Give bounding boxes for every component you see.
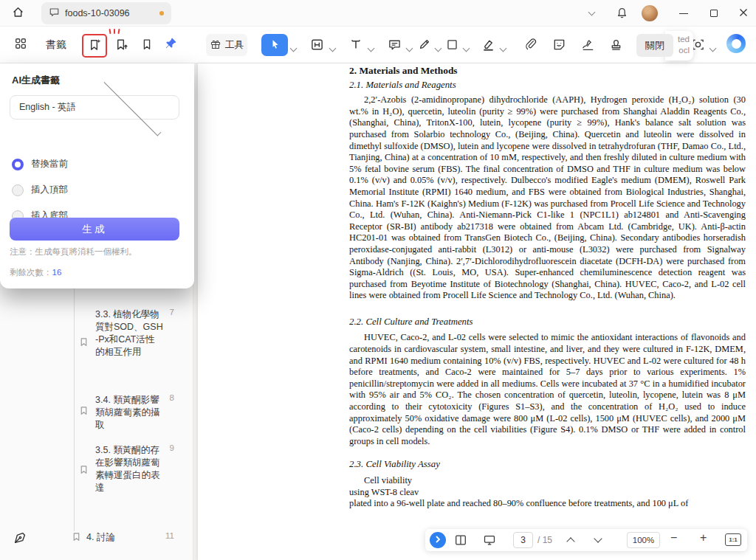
ai-bookmark-popup: AI生成書籤 English - 英語 替換當前 插入頂部 插入底部 生成 注意… (0, 63, 194, 288)
titlebar: foods-10-03096 (0, 0, 756, 27)
sticker-tool-button[interactable] (552, 38, 566, 55)
unsaved-dot (159, 11, 164, 15)
pen-tool-button[interactable] (418, 38, 431, 54)
two-page-view-icon[interactable] (454, 533, 467, 550)
zoom-in-icon[interactable]: + (700, 531, 707, 545)
comment-chevron-icon[interactable] (406, 45, 413, 52)
text-tool-chevron-icon[interactable] (368, 45, 375, 52)
signature-icon (581, 38, 595, 55)
titlebar-chevron-down-icon[interactable] (588, 9, 596, 16)
credit-note: 注意：生成每頁將消耗一個權利。 (10, 246, 137, 257)
pushpin-icon (163, 36, 178, 54)
highlighter-tool-button[interactable] (481, 38, 495, 55)
ai-bookmark-icon (88, 38, 102, 55)
window-maximize-button[interactable] (704, 6, 724, 21)
snapshot-chevron-icon[interactable] (709, 45, 717, 52)
option-replace-current[interactable]: 替換當前 (12, 158, 68, 170)
subsection-heading: 2.3. Cell Viability Assay (349, 459, 746, 471)
document-viewport: 2. Materials and Methods 2.1. Materials … (193, 63, 756, 560)
bookmark-icon (72, 531, 81, 545)
bookmark-arrow-up-icon (114, 38, 128, 55)
bookmark-item[interactable]: 3.5. 類黃酮的存在影響類胡蘿蔔素轉運蛋白的表達 (95, 444, 163, 494)
pin-panel-button[interactable] (163, 36, 178, 54)
previous-page-icon[interactable] (566, 537, 574, 545)
select-tool-chevron-icon[interactable] (290, 45, 298, 52)
bookmark-icon (79, 464, 89, 477)
panel-grid-button[interactable] (12, 36, 30, 54)
window-minimize-button[interactable] (674, 6, 693, 21)
bookmark-item[interactable]: 3.4. 類黃酮影響類胡蘿蔔素的攝取 (95, 394, 163, 432)
ink-pen-nib-icon[interactable] (12, 530, 28, 549)
add-bookmark-button[interactable] (140, 38, 154, 54)
page-edit-chevron-icon[interactable] (329, 45, 337, 52)
zoom-level-display[interactable]: 100% (627, 532, 660, 548)
bookmark-item[interactable]: 3.3. 植物化學物質對SOD、GSH-Px和CAT活性的相互作用 (95, 308, 163, 359)
user-avatar[interactable] (642, 5, 658, 21)
export-bookmark-button[interactable] (114, 38, 128, 55)
pen-icon (418, 38, 431, 54)
page-edit-icon (310, 38, 324, 55)
close-panel-button[interactable]: 關閉 (636, 34, 673, 57)
radio-unselected-icon[interactable] (12, 184, 24, 196)
stamp-tool-button[interactable] (609, 38, 623, 55)
zoom-out-icon[interactable]: − (670, 531, 677, 545)
remaining-prefix: 剩餘次數： (10, 268, 52, 277)
bookmark-icon (79, 336, 89, 350)
pdf-page: 2. Materials and Methods 2.1. Materials … (198, 63, 756, 560)
remaining-count: 16 (52, 268, 62, 277)
page-navigation-bar: 3 / 15 100% − + 1:1 (425, 529, 747, 551)
close-icon (739, 7, 748, 20)
pen-chevron-icon[interactable] (435, 45, 442, 52)
window-close-button[interactable] (734, 6, 753, 21)
shapes-chevron-icon[interactable] (463, 45, 470, 52)
maximize-icon (710, 10, 718, 17)
language-value: English - 英語 (19, 101, 94, 114)
tab-title: foods-10-03096 (65, 8, 154, 18)
chevron-right-icon (433, 533, 442, 547)
subsection-heading: 2.1. Materials and Reagents (349, 80, 746, 91)
bookmarks-panel-title: 書籤 (46, 38, 66, 52)
grid-icon (14, 37, 27, 53)
popup-title: AI生成書籤 (12, 74, 60, 87)
tools-button[interactable]: 工具 (206, 34, 247, 56)
home-button[interactable] (7, 4, 28, 23)
page-number-input[interactable]: 3 (513, 532, 533, 548)
ai-bookmark-button-highlighted[interactable] (82, 34, 107, 58)
shapes-tool-button[interactable] (446, 38, 458, 54)
app-window: { "titlebar": { "tab_title": "foods-10-0… (0, 0, 756, 560)
notification-bell-icon[interactable] (616, 7, 628, 22)
next-page-icon[interactable] (594, 534, 602, 542)
document-tab[interactable]: foods-10-03096 (41, 2, 171, 24)
square-shape-icon (446, 38, 458, 54)
red-tick-marks (109, 29, 120, 34)
generate-button[interactable]: 生成 (10, 218, 179, 241)
comment-icon (388, 38, 402, 55)
radio-selected-icon[interactable] (12, 159, 24, 170)
subsection-heading: 2.2. Cell Culture and Treatments (349, 317, 746, 328)
select-tool-button[interactable] (261, 34, 288, 56)
bookmark-item[interactable]: 4. 討論 (86, 531, 153, 544)
stamp-icon (609, 38, 623, 55)
toolbar: 書籤 工具 (0, 27, 756, 63)
auto-scroll-button[interactable] (430, 532, 446, 548)
highlighter-chevron-icon[interactable] (500, 45, 507, 52)
page-edit-tool-button[interactable] (310, 38, 324, 55)
actual-size-icon[interactable]: 1:1 (725, 533, 741, 546)
ai-assistant-icon[interactable] (726, 34, 746, 53)
highlighter-icon (481, 38, 495, 55)
option-insert-top[interactable]: 插入頂部 (12, 184, 68, 196)
tree-connector-line (74, 288, 75, 531)
attachment-tool-button[interactable] (524, 38, 537, 54)
gift-icon (210, 38, 221, 52)
paragraph: 2,2′-Azobis (2-amidinopropane) dihydroch… (349, 94, 746, 302)
radio-label: 插入頂部 (31, 184, 68, 196)
comment-tool-button[interactable] (388, 38, 402, 55)
text-tool-button[interactable] (349, 38, 362, 54)
signature-tool-button[interactable] (581, 38, 595, 55)
language-select[interactable]: English - 英語 (10, 95, 179, 120)
bookmark-icon (140, 38, 154, 54)
paragraph-fragment: plated into a 96-well plate and reached … (349, 498, 746, 510)
home-icon (12, 6, 24, 21)
paragraph: HUVEC, Caco-2, and L-02 cells were selec… (349, 332, 746, 447)
presentation-mode-icon[interactable] (483, 533, 496, 550)
